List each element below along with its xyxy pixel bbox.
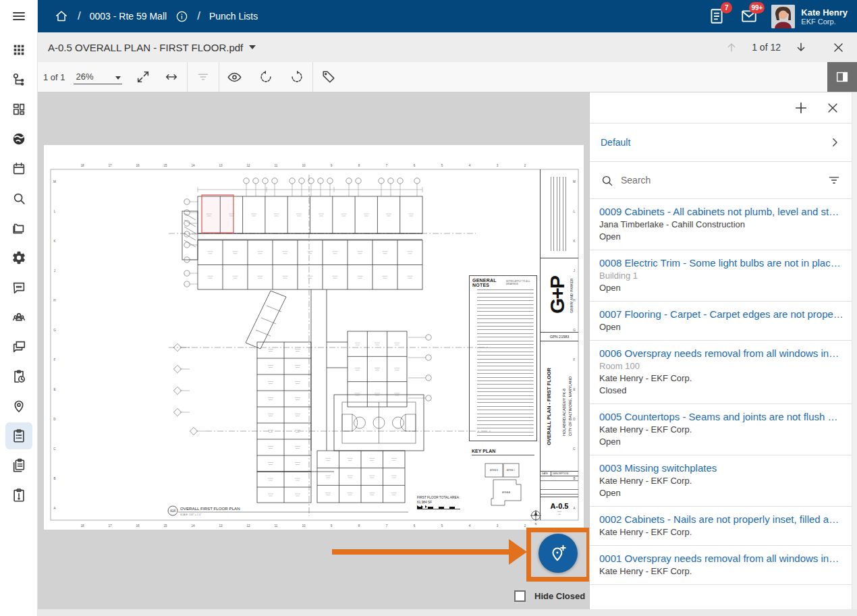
previous-document-button[interactable] (725, 40, 738, 54)
punch-search-input[interactable]: Search (621, 175, 820, 186)
people-icon (11, 310, 26, 325)
punch-item[interactable]: 0002 Cabinets - Nails are not properly i… (590, 507, 852, 546)
next-document-button[interactable] (794, 40, 808, 54)
svg-text:E: E (53, 388, 55, 391)
punch-item[interactable]: 0003 Missing switchplatesKate Henry - EK… (590, 455, 852, 507)
punch-item-assignee: Jana Timberlake - Cahill Construction (599, 219, 842, 230)
sidebar-item-workflow[interactable] (5, 66, 32, 93)
rotate-ccw-button[interactable] (254, 65, 277, 88)
add-punch-button[interactable] (794, 101, 808, 115)
svg-text:8: 8 (358, 524, 360, 528)
sidebar-item-calendar[interactable] (5, 155, 32, 182)
close-panel-button[interactable] (826, 101, 839, 115)
filter-annotations-button[interactable] (192, 65, 215, 88)
sidebar-item-punch-list-manager[interactable] (5, 452, 32, 479)
hamburger-menu-button[interactable] (5, 3, 32, 30)
location-pin-icon (11, 399, 26, 414)
document-title-dropdown[interactable]: A-0.5 OVERALL PLAN - FIRST FLOOR.pdf (38, 42, 256, 53)
punch-item-status: Open (599, 487, 842, 499)
punch-item-title: 0009 Cabinets - All cabinets not plumb, … (599, 206, 842, 218)
punch-item[interactable]: 0006 Overspray needs removal from all wi… (590, 341, 852, 404)
svg-text:L: L (54, 210, 56, 213)
svg-text:6: 6 (414, 164, 416, 167)
comment-icon (11, 280, 26, 295)
svg-text:3: 3 (497, 524, 499, 528)
svg-text:10: 10 (302, 524, 306, 528)
rotate-ccw-icon (258, 69, 273, 84)
hide-closed-checkbox[interactable] (514, 590, 526, 602)
sidebar-item-apps[interactable] (5, 36, 32, 63)
punch-item[interactable]: 0007 Flooring - Carpet - Carpet edges ar… (590, 302, 852, 341)
side-panel-icon (835, 69, 850, 84)
sidebar-item-settings[interactable] (5, 244, 32, 271)
svg-text:F: F (54, 358, 56, 362)
sidebar-item-web[interactable] (5, 125, 32, 152)
area-value: 61,984 SF (417, 501, 432, 504)
svg-text:16: 16 (136, 164, 140, 167)
pdf-viewer-canvas[interactable]: 1817161514131211109876543218171615141312… (38, 92, 589, 609)
punch-item-title: 0001 Overspray needs removal from all wi… (599, 553, 842, 565)
breadcrumb-project[interactable]: 0003 - Rte 59 Mall (90, 11, 167, 22)
punch-item-assignee: Kate Henry - EKF Corp. (599, 526, 842, 538)
home-icon[interactable] (54, 9, 69, 24)
sidebar-item-locations[interactable] (5, 393, 32, 420)
svg-text:11: 11 (275, 164, 278, 167)
punch-item[interactable]: 0001 Overspray needs removal from all wi… (590, 546, 852, 585)
punch-list-panel: Default Search 0009 Cabinets - All cabin… (589, 92, 852, 609)
punch-item[interactable]: 0005 Countertops - Seams and joints are … (590, 404, 852, 455)
close-document-button[interactable] (832, 41, 845, 54)
sidebar-item-comments[interactable] (5, 274, 32, 301)
punch-item-assignee: Kate Henry - EKF Corp. (599, 372, 842, 384)
punch-list: 0009 Cabinets - All cabinets not plumb, … (590, 199, 852, 609)
mail-button[interactable]: 99+ (739, 6, 759, 26)
punch-item-assignee: Kate Henry - EKF Corp. (599, 565, 842, 577)
sidebar-item-punch-lists[interactable] (5, 422, 32, 449)
svg-text:18: 18 (80, 164, 84, 167)
sidebar-item-search[interactable] (5, 185, 32, 212)
punch-panel-header (590, 92, 852, 123)
svg-text:J: J (54, 269, 55, 273)
drawing-title-block: A14 OVERALL FIRST FLOOR PLAN SCALE: 1/32… (168, 506, 408, 516)
sidebar-item-contacts[interactable] (5, 304, 32, 331)
dashboard-icon (11, 102, 26, 117)
punch-item[interactable]: 0008 Electric Trim - Some light bulbs ar… (590, 250, 852, 302)
add-punch-pin-button[interactable] (538, 534, 578, 573)
svg-text:A: A (53, 507, 56, 510)
drawing-sheet: 1817161514131211109876543218171615141312… (44, 145, 584, 530)
tag-button[interactable] (317, 65, 340, 88)
visibility-button[interactable] (223, 65, 246, 88)
svg-text:G: G (53, 329, 56, 332)
general-notes-text (472, 289, 534, 437)
breadcrumb-section[interactable]: Punch Lists (209, 11, 258, 22)
top-navigation-bar: / 0003 - Rte 59 Mall / Punch Lists 7 99+ (38, 0, 857, 32)
punch-item[interactable]: 0009 Cabinets - All cabinets not plumb, … (590, 199, 852, 250)
revision-date-label: DATE (541, 472, 551, 476)
forms-button[interactable]: 7 (707, 6, 727, 26)
sidebar-item-dashboard[interactable] (5, 96, 32, 123)
general-notes-title: GENERAL NOTES (472, 278, 504, 287)
sidebar-item-forum[interactable] (5, 333, 32, 360)
svg-text:9: 9 (331, 524, 333, 528)
sidebar-item-documents[interactable] (5, 215, 32, 242)
forum-icon (11, 339, 26, 354)
fullscreen-button[interactable] (132, 65, 155, 88)
punch-item-title: 0002 Cabinets - Nails are not properly i… (599, 513, 842, 526)
zoom-select[interactable]: 26% (74, 69, 122, 84)
rotate-cw-button[interactable] (285, 65, 308, 88)
sidebar-item-pending-tasks[interactable] (5, 363, 32, 390)
toggle-punch-panel-button[interactable] (827, 62, 857, 92)
rotate-cw-icon (289, 69, 304, 84)
panel-scrollbar[interactable] (852, 92, 857, 609)
breadcrumb-divider: / (78, 9, 81, 23)
filter-icon[interactable] (827, 173, 841, 187)
calendar-icon (11, 161, 26, 176)
search-icon (11, 191, 26, 206)
highlighted-room[interactable] (202, 195, 233, 233)
punch-group-label: Default (601, 137, 630, 148)
user-menu[interactable]: Kate Henry EKF Corp. (771, 5, 848, 28)
fit-width-button[interactable] (160, 65, 183, 88)
hamburger-icon (11, 8, 27, 24)
info-icon[interactable] (175, 10, 188, 23)
punch-group-row[interactable]: Default (590, 123, 852, 162)
sidebar-item-issues[interactable] (5, 482, 32, 509)
